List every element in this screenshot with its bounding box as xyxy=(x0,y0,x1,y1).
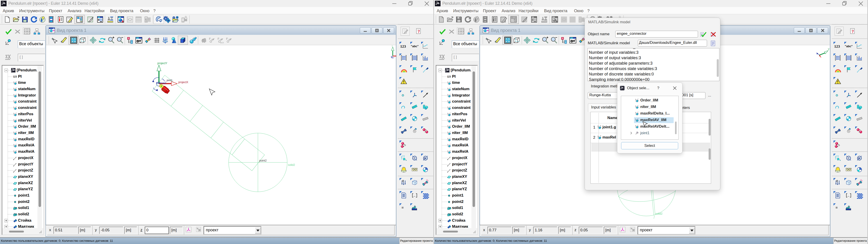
svg-text:g: g xyxy=(402,180,404,182)
svg-text:123: 123 xyxy=(834,44,840,49)
svg-text:F: F xyxy=(209,37,211,40)
svg-text:C: C xyxy=(848,157,850,160)
svg-text:Y: Y xyxy=(392,46,393,47)
svg-text:projectY: projectY xyxy=(157,62,167,65)
svg-text:...: ... xyxy=(413,194,415,197)
svg-text:=: = xyxy=(836,206,838,210)
svg-text:=: = xyxy=(402,206,404,210)
svg-text:F: F xyxy=(226,37,228,40)
svg-text:123: 123 xyxy=(400,44,406,49)
svg-text:...: ... xyxy=(847,194,849,197)
svg-text:g: g xyxy=(836,180,838,182)
svg-text:123: 123 xyxy=(447,76,451,78)
svg-text:solid2: solid2 xyxy=(288,163,295,166)
svg-text:"abc": "abc" xyxy=(845,45,853,48)
svg-text:solid2: solid2 xyxy=(655,212,662,215)
svg-text:point2: point2 xyxy=(259,159,267,162)
svg-text:"abc": "abc" xyxy=(411,45,419,48)
svg-text:projectX: projectX xyxy=(178,81,188,84)
svg-text:F: F xyxy=(218,37,219,40)
svg-text:8: 8 xyxy=(98,18,99,22)
svg-text:8: 8 xyxy=(532,18,533,22)
svg-text:C: C xyxy=(414,157,416,160)
svg-text:МаятникZ: МаятникZ xyxy=(156,82,166,84)
svg-text:M: M xyxy=(858,157,860,160)
svg-text:все: все xyxy=(220,42,224,44)
svg-text:M: M xyxy=(424,157,426,160)
svg-text:Y: Y xyxy=(828,48,830,51)
svg-text:?: ? xyxy=(418,29,420,34)
svg-text:123: 123 xyxy=(13,76,17,78)
svg-text:....joint1: ....joint1 xyxy=(164,79,173,82)
svg-text:?: ? xyxy=(852,29,854,34)
